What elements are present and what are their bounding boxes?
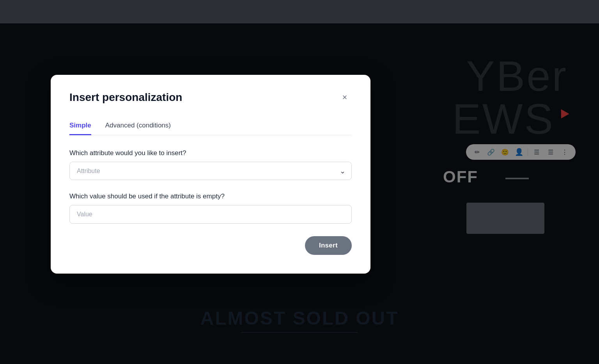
insert-personalization-modal: Insert personalization × Simple Advanced… — [51, 75, 370, 274]
modal-header: Insert personalization × — [69, 90, 352, 104]
close-button[interactable]: × — [338, 90, 352, 104]
value-form-group: Which value should be used if the attrib… — [69, 193, 352, 224]
modal-title: Insert personalization — [69, 91, 182, 104]
modal-footer: Insert — [69, 236, 352, 255]
attribute-form-group: Which attribute would you like to insert… — [69, 149, 352, 180]
modal-overlay: Insert personalization × Simple Advanced… — [0, 0, 599, 364]
tab-advanced[interactable]: Advanced (conditions) — [105, 117, 171, 135]
attribute-select-wrapper: Attribute ⌄ — [69, 162, 352, 180]
insert-button[interactable]: Insert — [305, 236, 352, 255]
tab-simple[interactable]: Simple — [69, 117, 91, 135]
attribute-label: Which attribute would you like to insert… — [69, 149, 352, 157]
attribute-select[interactable]: Attribute — [69, 162, 352, 180]
value-label: Which value should be used if the attrib… — [69, 193, 352, 200]
value-input[interactable] — [69, 205, 352, 224]
modal-tabs: Simple Advanced (conditions) — [69, 117, 352, 135]
